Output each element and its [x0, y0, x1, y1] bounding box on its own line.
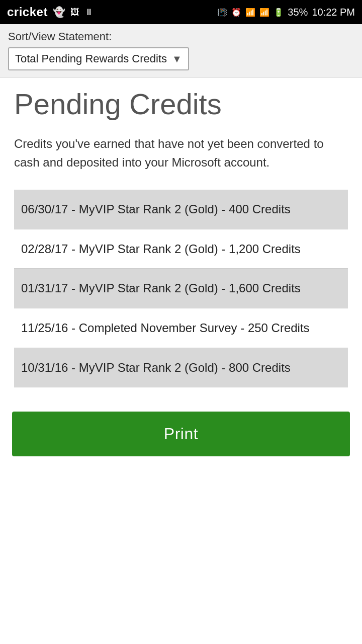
- sort-select-dropdown[interactable]: Total Pending Rewards Credits ▼: [8, 47, 189, 70]
- print-button[interactable]: Print: [12, 412, 350, 456]
- list-item: 01/31/17 - MyVIP Star Rank 2 (Gold) - 1,…: [14, 269, 348, 308]
- main-content: Pending Credits Credits you've earned th…: [0, 78, 362, 397]
- voicemail-icon: ⏸: [84, 7, 94, 18]
- status-bar: cricket 👻 🖼 ⏸ 📳 ⏰ 📶 📶 🔋 35% 10:22 PM: [0, 0, 362, 24]
- image-icon: 🖼: [70, 7, 79, 18]
- status-right: 📳 ⏰ 📶 📶 🔋 35% 10:22 PM: [217, 7, 355, 18]
- list-item: 10/31/16 - MyVIP Star Rank 2 (Gold) - 80…: [14, 348, 348, 388]
- page-title: Pending Credits: [14, 88, 348, 120]
- list-item: 06/30/17 - MyVIP Star Rank 2 (Gold) - 40…: [14, 190, 348, 229]
- sort-bar: Sort/View Statement: Total Pending Rewar…: [0, 24, 362, 78]
- wifi-icon: 📶: [245, 8, 255, 17]
- sort-select-value: Total Pending Rewards Credits: [15, 52, 167, 65]
- list-item: 02/28/17 - MyVIP Star Rank 2 (Gold) - 1,…: [14, 229, 348, 269]
- list-item: 11/25/16 - Completed November Survey - 2…: [14, 308, 348, 348]
- status-left: cricket 👻 🖼 ⏸: [7, 5, 94, 19]
- page-description: Credits you've earned that have not yet …: [14, 134, 348, 172]
- print-button-wrap: Print: [0, 397, 362, 470]
- vibrate-icon: 📳: [217, 8, 227, 17]
- battery-icon: 🔋: [274, 8, 284, 17]
- sort-label: Sort/View Statement:: [8, 30, 354, 43]
- signal-icon: 📶: [259, 8, 269, 17]
- alarm-icon: ⏰: [231, 8, 241, 17]
- carrier-name: cricket: [7, 5, 48, 19]
- credits-list: 06/30/17 - MyVIP Star Rank 2 (Gold) - 40…: [14, 190, 348, 387]
- battery-percent: 35%: [288, 7, 308, 18]
- chevron-down-icon: ▼: [172, 53, 182, 65]
- time-display: 10:22 PM: [312, 7, 355, 18]
- snapchat-icon: 👻: [53, 6, 65, 18]
